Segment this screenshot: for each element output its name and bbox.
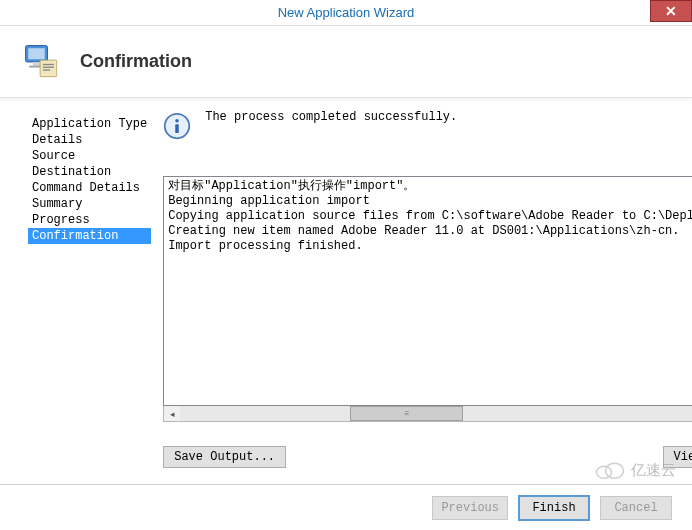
scroll-track[interactable]: ≡ [180,406,692,421]
log-area: 对目标"Application"执行操作"import"。 Beginning … [163,176,692,438]
previous-button: Previous [432,496,508,520]
view-script-button[interactable]: View Script [663,446,693,468]
close-icon: ✕ [665,3,677,19]
info-icon [163,112,191,140]
log-line: Copying application source files from C:… [168,209,692,224]
scroll-thumb[interactable]: ≡ [350,406,463,421]
cancel-button: Cancel [600,496,672,520]
log-output[interactable]: 对目标"Application"执行操作"import"。 Beginning … [163,176,692,406]
status-message: The process completed successfully. [205,110,457,124]
content-area: The process completed successfully. 对目标"… [151,98,692,478]
titlebar: New Application Wizard ✕ [0,0,692,26]
sidebar-item-command-details[interactable]: Command Details [28,180,151,196]
log-line: 对目标"Application"执行操作"import"。 [168,179,692,194]
wizard-body: Application Type Details Source Destinat… [0,98,692,478]
page-title: Confirmation [80,51,192,72]
sidebar-item-confirmation[interactable]: Confirmation [28,228,151,244]
log-line: Creating new item named Adobe Reader 11.… [168,224,692,239]
wizard-footer: Previous Finish Cancel [0,484,692,530]
sidebar-item-source[interactable]: Source [28,148,151,164]
close-button[interactable]: ✕ [650,0,692,22]
save-output-button[interactable]: Save Output... [163,446,286,468]
chevron-left-icon: ◂ [170,409,175,419]
svg-rect-10 [175,124,179,133]
finish-button[interactable]: Finish [518,495,590,521]
wizard-header: Confirmation [0,26,692,98]
status-row: The process completed successfully. [163,110,692,160]
action-row: Save Output... View Script [163,446,692,468]
window-title: New Application Wizard [278,5,415,20]
sidebar-item-destination[interactable]: Destination [28,164,151,180]
sidebar-item-details[interactable]: Details [28,132,151,148]
log-line: Import processing finished. [168,239,692,254]
svg-point-9 [175,119,179,123]
sidebar-item-summary[interactable]: Summary [28,196,151,212]
svg-rect-5 [43,63,54,64]
horizontal-scrollbar[interactable]: ◂ ≡ ▸ [163,406,692,422]
svg-rect-1 [28,48,45,59]
svg-rect-6 [43,66,54,67]
svg-rect-2 [33,62,40,66]
scroll-left-button[interactable]: ◂ [164,406,180,421]
log-line: Beginning application import [168,194,692,209]
sidebar-item-progress[interactable]: Progress [28,212,151,228]
application-icon [20,40,64,84]
svg-rect-7 [43,69,50,70]
sidebar: Application Type Details Source Destinat… [0,98,151,478]
sidebar-item-application-type[interactable]: Application Type [28,116,151,132]
svg-rect-4 [40,60,57,77]
